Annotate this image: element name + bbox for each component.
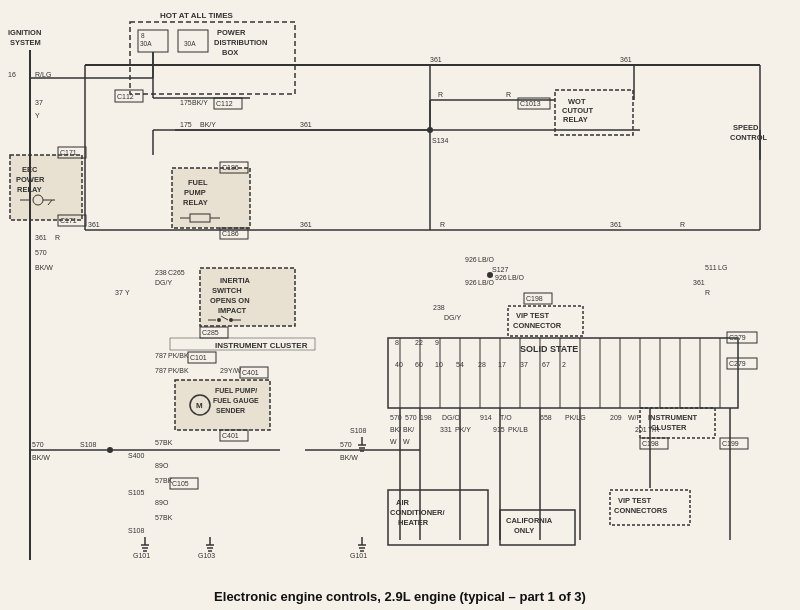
svg-text:PUMP: PUMP (184, 188, 206, 197)
svg-text:2: 2 (562, 361, 566, 368)
svg-text:RELAY: RELAY (563, 115, 588, 124)
svg-text:VIP TEST: VIP TEST (618, 496, 652, 505)
svg-text:57: 57 (155, 439, 163, 446)
svg-text:INSTRUMENT CLUSTER: INSTRUMENT CLUSTER (215, 341, 308, 350)
svg-text:30A: 30A (184, 40, 196, 47)
svg-text:SOLID STATE: SOLID STATE (520, 344, 578, 354)
svg-text:787: 787 (155, 352, 167, 359)
svg-text:361: 361 (300, 221, 312, 228)
svg-text:175: 175 (180, 121, 192, 128)
svg-text:BK: BK (163, 514, 173, 521)
svg-text:BK/Y: BK/Y (200, 121, 216, 128)
svg-text:570: 570 (35, 249, 47, 256)
svg-text:PK/BK: PK/BK (168, 367, 189, 374)
svg-text:LB/O: LB/O (478, 279, 495, 286)
svg-text:SYSTEM: SYSTEM (10, 38, 41, 47)
svg-text:914: 914 (480, 414, 492, 421)
svg-text:Y: Y (125, 289, 130, 296)
svg-text:570: 570 (405, 414, 417, 421)
svg-text:DG/Y: DG/Y (444, 314, 461, 321)
svg-text:AIR: AIR (396, 498, 410, 507)
svg-text:PK/Y: PK/Y (455, 426, 471, 433)
svg-text:PK/LB: PK/LB (508, 426, 528, 433)
svg-text:C279: C279 (729, 360, 746, 367)
svg-text:201: 201 (635, 426, 647, 433)
svg-text:ONLY: ONLY (514, 526, 534, 535)
svg-text:C401: C401 (222, 432, 239, 439)
svg-text:PK/BK: PK/BK (168, 352, 189, 359)
svg-text:658: 658 (540, 414, 552, 421)
svg-text:IGNITION: IGNITION (8, 28, 41, 37)
svg-text:10: 10 (435, 361, 443, 368)
svg-text:WOT: WOT (568, 97, 586, 106)
svg-text:238: 238 (433, 304, 445, 311)
svg-text:361: 361 (620, 56, 632, 63)
svg-text:HEATER: HEATER (398, 518, 429, 527)
svg-text:HOT AT ALL TIMES: HOT AT ALL TIMES (160, 11, 234, 20)
svg-text:R/LG: R/LG (35, 71, 51, 78)
svg-text:LG: LG (718, 264, 727, 271)
svg-text:175: 175 (180, 99, 192, 106)
svg-text:C186: C186 (222, 164, 239, 171)
svg-text:198: 198 (420, 414, 432, 421)
svg-text:57: 57 (155, 514, 163, 521)
svg-text:W: W (403, 438, 410, 445)
svg-text:CLUSTER: CLUSTER (651, 423, 687, 432)
svg-text:511: 511 (705, 264, 717, 271)
svg-point-58 (229, 318, 233, 322)
svg-text:POWER: POWER (217, 28, 246, 37)
svg-text:57: 57 (155, 477, 163, 484)
svg-text:Y: Y (35, 112, 40, 119)
svg-text:SENDER: SENDER (216, 407, 245, 414)
svg-text:926: 926 (495, 274, 507, 281)
svg-text:361: 361 (88, 221, 100, 228)
svg-text:BK: BK (163, 439, 173, 446)
svg-text:W: W (390, 438, 397, 445)
svg-text:9: 9 (435, 339, 439, 346)
svg-text:30A: 30A (140, 40, 152, 47)
svg-text:926: 926 (465, 279, 477, 286)
svg-text:361: 361 (35, 234, 47, 241)
svg-text:331: 331 (440, 426, 452, 433)
svg-text:VIP TEST: VIP TEST (516, 311, 550, 320)
svg-text:CONNECTOR: CONNECTOR (513, 321, 562, 330)
svg-text:SWITCH: SWITCH (212, 286, 242, 295)
svg-text:238: 238 (155, 269, 167, 276)
svg-text:89: 89 (155, 499, 163, 506)
svg-text:C198: C198 (526, 295, 543, 302)
svg-text:DISTRIBUTION: DISTRIBUTION (214, 38, 267, 47)
svg-text:C1013: C1013 (520, 100, 541, 107)
svg-text:37: 37 (520, 361, 528, 368)
svg-text:S108: S108 (80, 441, 96, 448)
svg-text:C285: C285 (202, 329, 219, 336)
svg-text:FUEL: FUEL (188, 178, 208, 187)
svg-text:IMPACT: IMPACT (218, 306, 247, 315)
svg-text:C101: C101 (190, 354, 207, 361)
svg-text:FUEL GAUGE: FUEL GAUGE (213, 397, 259, 404)
svg-text:BK/: BK/ (403, 426, 414, 433)
svg-text:BOX: BOX (222, 48, 238, 57)
svg-text:C171: C171 (60, 217, 77, 224)
svg-text:361: 361 (693, 279, 705, 286)
svg-text:37: 37 (115, 289, 123, 296)
svg-text:DG/O: DG/O (442, 414, 460, 421)
svg-text:915: 915 (493, 426, 505, 433)
svg-text:570: 570 (32, 441, 44, 448)
svg-text:M: M (196, 401, 203, 410)
svg-text:R: R (705, 289, 710, 296)
svg-text:C171: C171 (60, 149, 77, 156)
svg-text:O: O (163, 499, 169, 506)
svg-text:BK/W: BK/W (32, 454, 50, 461)
svg-text:BK/W: BK/W (35, 264, 53, 271)
svg-text:C186: C186 (222, 230, 239, 237)
svg-text:40: 40 (395, 361, 403, 368)
svg-text:CUTOUT: CUTOUT (562, 106, 594, 115)
svg-text:G101: G101 (350, 552, 367, 559)
svg-text:T/O: T/O (500, 414, 512, 421)
svg-text:DG/Y: DG/Y (155, 279, 172, 286)
svg-text:S127: S127 (492, 266, 508, 273)
svg-text:G103: G103 (198, 552, 215, 559)
diagram-caption: Electronic engine controls, 2.9L engine … (0, 589, 800, 604)
svg-text:361: 361 (300, 121, 312, 128)
wiring-diagram: HOT AT ALL TIMES 8 30A 30A POWER DISTRIB… (0, 0, 800, 580)
